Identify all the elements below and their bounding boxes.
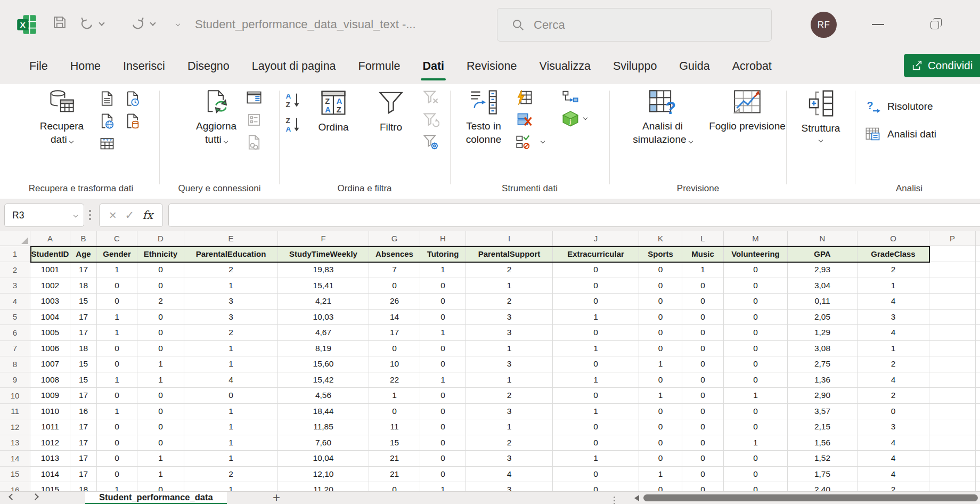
cell[interactable]: 0 — [724, 404, 788, 420]
queries-connections-icon[interactable] — [245, 88, 263, 107]
cell[interactable]: 1002 — [30, 278, 70, 294]
tab-layout-di-pagina[interactable]: Layout di pagina — [241, 49, 347, 84]
cell[interactable]: 0 — [420, 435, 466, 451]
cell[interactable]: 0 — [682, 325, 724, 341]
cell[interactable]: 0 — [137, 419, 184, 435]
cell[interactable]: 0 — [137, 482, 184, 491]
flash-fill-icon[interactable] — [516, 88, 534, 107]
cell[interactable]: 1 — [184, 404, 278, 420]
sort-az-icon[interactable]: A Z — [283, 91, 301, 109]
cell[interactable]: 1 — [553, 310, 639, 326]
cell[interactable]: 1 — [466, 341, 553, 357]
column-header-G[interactable]: G — [369, 231, 420, 246]
header-cell-Ethnicity[interactable]: Ethnicity — [137, 246, 184, 262]
cell[interactable]: 0 — [97, 294, 137, 310]
cell[interactable]: 0 — [553, 294, 639, 310]
row-number[interactable]: 1 — [0, 246, 30, 262]
cell[interactable]: 3 — [466, 310, 553, 326]
cell[interactable] — [929, 341, 976, 357]
cell[interactable]: 0 — [724, 356, 788, 372]
cell[interactable]: 0 — [553, 435, 639, 451]
cell[interactable]: 0 — [682, 435, 724, 451]
cell[interactable]: 0 — [420, 404, 466, 420]
cell[interactable]: 1 — [553, 341, 639, 357]
cell[interactable]: 0 — [639, 294, 682, 310]
cell[interactable] — [929, 356, 976, 372]
cell[interactable]: 1 — [724, 388, 788, 404]
cell[interactable]: 1 — [858, 278, 929, 294]
cell[interactable]: 0 — [639, 482, 682, 491]
cell[interactable]: 1003 — [30, 294, 70, 310]
cell[interactable]: 4 — [858, 294, 929, 310]
cell[interactable]: 10,03 — [278, 310, 369, 326]
scroll-left-icon[interactable] — [634, 495, 639, 501]
row-number[interactable]: 7 — [0, 341, 30, 357]
solver-button[interactable]: ? Risolutore — [865, 99, 933, 114]
cell[interactable]: 0 — [137, 388, 184, 404]
cell[interactable]: 2,15 — [788, 419, 858, 435]
cell[interactable]: 0 — [724, 310, 788, 326]
cell[interactable]: 0 — [137, 404, 184, 420]
cell[interactable]: 1008 — [30, 372, 70, 388]
cell[interactable]: 3 — [184, 294, 278, 310]
cell[interactable]: 0 — [682, 341, 724, 357]
cell[interactable] — [929, 404, 976, 420]
cell[interactable]: 1013 — [30, 451, 70, 467]
cell[interactable]: 0 — [724, 372, 788, 388]
cell[interactable]: 17 — [70, 419, 97, 435]
header-cell-Volunteering[interactable]: Volunteering — [724, 246, 788, 262]
tab-inserisci[interactable]: Inserisci — [112, 49, 176, 84]
column-header-E[interactable]: E — [184, 231, 278, 246]
cell[interactable]: 4 — [858, 467, 929, 483]
cell[interactable]: 7,60 — [278, 435, 369, 451]
next-sheet-icon[interactable] — [33, 494, 39, 501]
header-cell-Age[interactable]: Age — [70, 246, 97, 262]
tab-home[interactable]: Home — [59, 49, 112, 84]
cell[interactable]: 3 — [466, 404, 553, 420]
cell[interactable]: 1 — [466, 419, 553, 435]
cell[interactable] — [929, 435, 976, 451]
cell[interactable]: 2 — [858, 356, 929, 372]
cell[interactable]: 1 — [97, 404, 137, 420]
column-header-N[interactable]: N — [788, 231, 858, 246]
cell[interactable]: 0 — [639, 372, 682, 388]
search-input[interactable]: Cerca — [497, 8, 772, 42]
properties-icon[interactable] — [245, 111, 263, 129]
cell[interactable]: 0 — [97, 356, 137, 372]
cell[interactable]: 1015 — [30, 482, 70, 491]
cell[interactable]: 3 — [466, 451, 553, 467]
cell[interactable]: 21 — [369, 451, 420, 467]
cell[interactable]: 2 — [858, 482, 929, 491]
cell[interactable]: 3 — [466, 482, 553, 491]
cell[interactable]: 1011 — [30, 419, 70, 435]
cell[interactable]: 1006 — [30, 341, 70, 357]
cell[interactable]: 1 — [639, 467, 682, 483]
cell[interactable]: 1 — [639, 356, 682, 372]
cell[interactable]: 1 — [420, 482, 466, 491]
cell[interactable]: 0 — [724, 294, 788, 310]
cell[interactable]: 1 — [184, 356, 278, 372]
cell[interactable]: 17 — [70, 467, 97, 483]
cell[interactable]: 4 — [858, 451, 929, 467]
cell[interactable]: 17 — [70, 451, 97, 467]
cell[interactable]: 2 — [137, 294, 184, 310]
tab-sviluppo[interactable]: Sviluppo — [602, 49, 668, 84]
column-header-J[interactable]: J — [553, 231, 639, 246]
cell[interactable]: 0 — [137, 278, 184, 294]
cell[interactable]: 3 — [466, 325, 553, 341]
cell[interactable]: 0 — [420, 356, 466, 372]
cell[interactable]: 21 — [369, 467, 420, 483]
cell[interactable]: 1 — [466, 372, 553, 388]
cell[interactable]: 0 — [639, 278, 682, 294]
cell[interactable]: 2 — [858, 262, 929, 278]
name-box-dropdown-icon[interactable] — [74, 213, 78, 217]
cell[interactable]: 4 — [184, 372, 278, 388]
cell[interactable]: 14 — [369, 310, 420, 326]
forecast-sheet-button[interactable]: Foglio previsione — [708, 88, 786, 133]
from-text-icon[interactable] — [98, 90, 116, 108]
header-cell-StudyTimeWeekly[interactable]: StudyTimeWeekly — [278, 246, 369, 262]
cell[interactable]: 10 — [369, 356, 420, 372]
cell[interactable]: 3 — [858, 310, 929, 326]
name-box[interactable]: R3 — [4, 204, 84, 227]
cell[interactable]: 11,85 — [278, 419, 369, 435]
